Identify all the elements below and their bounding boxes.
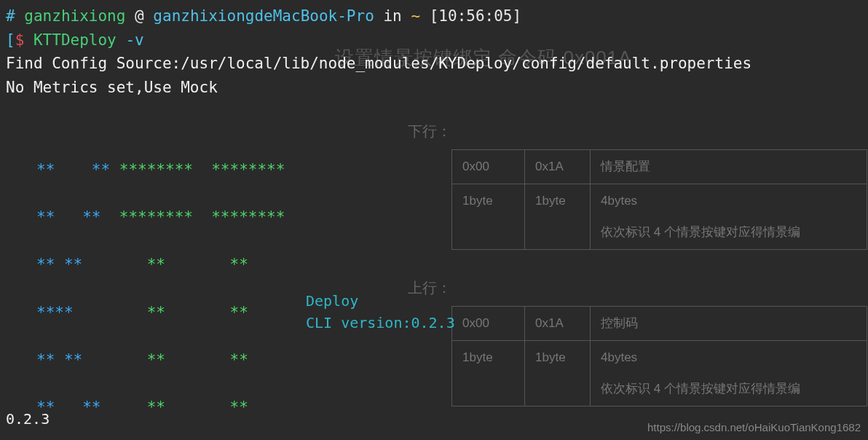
prompt-path: ~	[411, 7, 420, 25]
terminal[interactable]: # ganzhixiong @ ganzhixiongdeMacBook-Pro…	[0, 0, 868, 440]
prompt-user: ganzhixiong	[24, 7, 125, 25]
prompt-host: ganzhixiongdeMacBook-Pro	[153, 7, 374, 25]
ascii-row: ** ** ** **	[36, 348, 862, 372]
prompt-bracket: [	[6, 31, 15, 49]
ascii-row: **** ** **	[36, 301, 862, 325]
ascii-row: ** ** ******** ********	[36, 158, 862, 182]
ascii-row: ** ** ** **	[36, 396, 862, 420]
prompt-hash: #	[6, 7, 15, 25]
output-line: Find Config Source:/usr/local/lib/node_m…	[6, 55, 751, 72]
ascii-row: ** ** ******** ********	[36, 205, 862, 229]
command-arg: -v	[125, 31, 143, 49]
output-line: No Metrics set,Use Mock	[6, 79, 218, 96]
ascii-banner: ** ** ******** ******** ** ** ******** *…	[36, 135, 862, 440]
prompt-dollar: $	[15, 31, 25, 49]
prompt-in: in	[383, 7, 401, 25]
ascii-row: ** ** ** **	[36, 253, 862, 277]
prompt-time: [10:56:05]	[430, 7, 521, 25]
command-name: KTTDeploy	[33, 31, 117, 49]
prompt-at: @	[135, 7, 144, 25]
